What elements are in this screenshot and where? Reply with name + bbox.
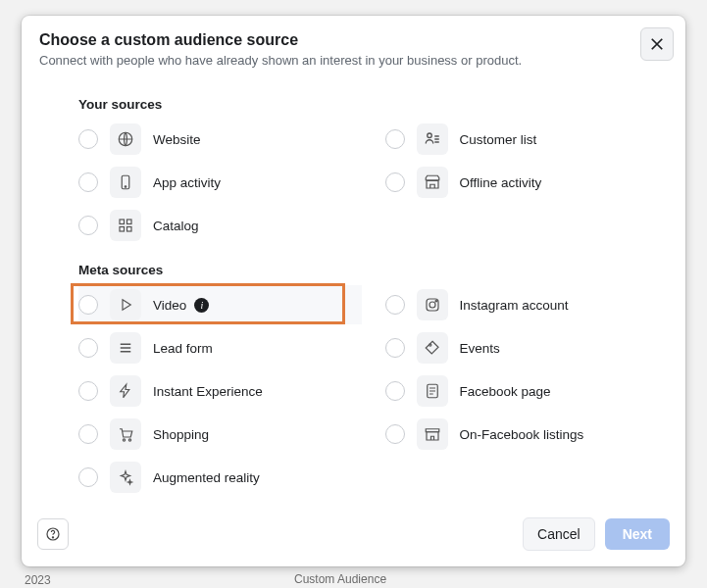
source-instant-experience[interactable]: Instant Experience	[78, 371, 362, 411]
svg-point-1	[427, 133, 431, 138]
next-button[interactable]: Next	[605, 518, 670, 550]
instagram-icon	[417, 289, 448, 320]
radio-facebook-page[interactable]	[385, 381, 405, 401]
customer-list-icon	[417, 123, 448, 155]
source-on-facebook-listings[interactable]: On-Facebook listings	[385, 415, 669, 454]
label-app-activity: App activity	[153, 175, 221, 190]
label-catalog: Catalog	[153, 219, 199, 233]
label-shopping: Shopping	[153, 427, 209, 442]
lightning-icon	[110, 375, 141, 407]
radio-website[interactable]	[78, 129, 98, 149]
label-facebook-page: Facebook page	[460, 384, 551, 399]
label-on-facebook-listings: On-Facebook listings	[460, 427, 584, 442]
source-customer-list[interactable]: Customer list	[385, 120, 669, 159]
radio-lead-form[interactable]	[78, 338, 98, 358]
radio-on-facebook-listings[interactable]	[385, 424, 405, 444]
radio-catalog[interactable]	[78, 216, 98, 235]
ticket-icon	[417, 332, 448, 364]
label-augmented-reality: Augmented reality	[153, 470, 260, 485]
svg-rect-4	[120, 220, 125, 224]
svg-point-10	[429, 302, 435, 308]
play-icon	[110, 289, 141, 320]
phone-icon	[110, 167, 141, 198]
source-instagram-account[interactable]: Instagram account	[385, 285, 669, 324]
custom-audience-dialog: Choose a custom audience source Connect …	[22, 16, 685, 566]
radio-video[interactable]	[78, 295, 98, 315]
radio-shopping[interactable]	[78, 424, 98, 444]
help-button[interactable]	[37, 518, 69, 550]
background-year: 2023	[25, 573, 51, 587]
svg-rect-6	[120, 227, 125, 232]
label-customer-list: Customer list	[460, 132, 537, 147]
close-icon	[650, 37, 664, 51]
close-button[interactable]	[640, 27, 674, 61]
dialog-header: Choose a custom audience source Connect …	[22, 16, 685, 77]
svg-point-17	[52, 537, 53, 538]
radio-instant-experience[interactable]	[78, 381, 98, 401]
grid-icon	[110, 210, 141, 241]
cart-icon	[110, 418, 141, 450]
svg-point-15	[128, 439, 130, 441]
meta-sources-grid: Video i Instagram account Lead form	[78, 285, 668, 497]
storefront-icon	[417, 418, 448, 450]
svg-rect-5	[127, 220, 132, 224]
source-video[interactable]: Video i	[78, 285, 362, 324]
dialog-subtitle: Connect with people who have already sho…	[39, 53, 668, 68]
dialog-title: Choose a custom audience source	[39, 31, 668, 49]
globe-icon	[110, 123, 141, 155]
label-website: Website	[153, 132, 201, 147]
source-offline-activity[interactable]: Offline activity	[385, 163, 669, 202]
section-your-sources: Your sources	[78, 97, 668, 112]
background-custom-audience: Custom Audience	[294, 572, 386, 586]
svg-point-12	[429, 344, 430, 346]
source-website[interactable]: Website	[78, 120, 362, 159]
svg-point-11	[435, 301, 437, 303]
section-meta-sources: Meta sources	[78, 263, 668, 277]
source-events[interactable]: Events	[385, 328, 669, 368]
svg-point-3	[125, 186, 126, 188]
svg-point-14	[123, 439, 125, 441]
svg-rect-7	[127, 227, 132, 232]
radio-events[interactable]	[385, 338, 405, 358]
radio-customer-list[interactable]	[385, 129, 405, 149]
dialog-body: Your sources Website Customer list	[22, 77, 685, 505]
your-sources-grid: Website Customer list App activity	[78, 120, 668, 245]
info-icon[interactable]: i	[194, 298, 209, 313]
radio-app-activity[interactable]	[78, 172, 98, 192]
label-instant-experience: Instant Experience	[153, 384, 263, 399]
label-offline-activity: Offline activity	[460, 175, 542, 190]
source-lead-form[interactable]: Lead form	[78, 328, 362, 368]
store-icon	[417, 167, 448, 198]
form-icon	[110, 332, 141, 364]
source-app-activity[interactable]: App activity	[78, 163, 362, 202]
source-shopping[interactable]: Shopping	[78, 415, 362, 454]
source-catalog[interactable]: Catalog	[78, 206, 362, 245]
sparkle-icon	[110, 462, 141, 493]
cancel-button[interactable]: Cancel	[523, 517, 595, 551]
label-lead-form: Lead form	[153, 341, 213, 356]
label-video: Video	[153, 298, 186, 313]
dialog-footer: Cancel Next	[22, 505, 685, 566]
radio-augmented-reality[interactable]	[78, 467, 98, 487]
radio-instagram-account[interactable]	[385, 295, 405, 315]
help-icon	[45, 526, 61, 542]
svg-marker-8	[123, 300, 130, 311]
source-facebook-page[interactable]: Facebook page	[385, 371, 669, 411]
source-augmented-reality[interactable]: Augmented reality	[78, 458, 362, 497]
label-events: Events	[460, 341, 500, 356]
page-icon	[417, 375, 448, 407]
label-instagram-account: Instagram account	[460, 298, 569, 313]
radio-offline-activity[interactable]	[385, 172, 405, 192]
